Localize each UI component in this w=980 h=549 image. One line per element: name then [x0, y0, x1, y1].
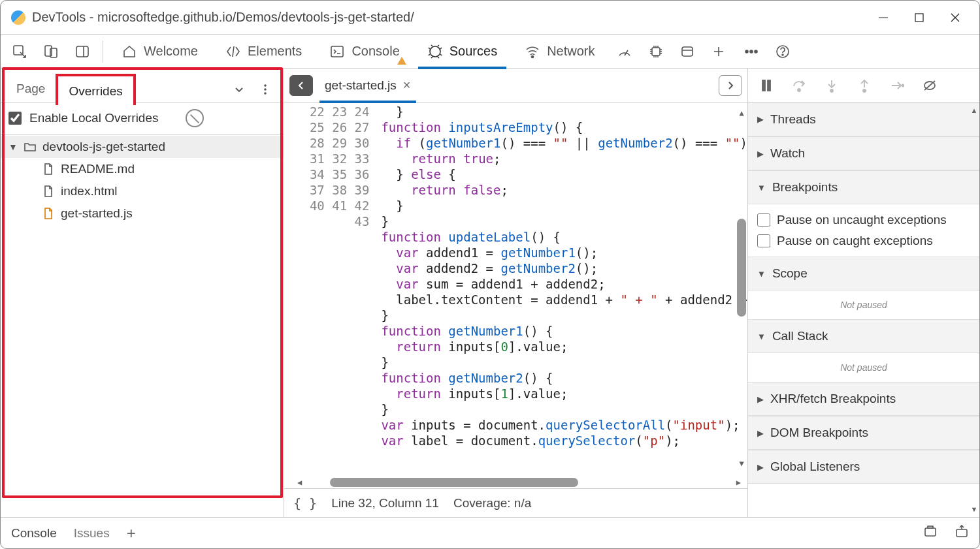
- tab-network[interactable]: Network: [512, 35, 608, 69]
- tree-folder[interactable]: ▼ devtools-js-get-started: [1, 136, 284, 158]
- help-button[interactable]: [768, 37, 798, 67]
- toggle-debugger-button[interactable]: [719, 75, 742, 96]
- section-label: Global Listeners: [770, 460, 860, 474]
- section-dom-breakpoints[interactable]: ▶ DOM Breakpoints: [748, 416, 979, 450]
- navigator-more-tabs-button[interactable]: [226, 76, 252, 102]
- svg-point-25: [264, 92, 267, 95]
- tree-file[interactable]: index.html: [1, 180, 284, 202]
- scroll-right-arrow[interactable]: ▶: [736, 478, 741, 487]
- window-maximize-button[interactable]: [901, 5, 937, 31]
- svg-point-10: [430, 46, 440, 57]
- code-editor[interactable]: 22 23 24 25 26 27 28 29 30 31 32 33 34 3…: [284, 102, 747, 488]
- window-title: DevTools - microsoftedge.github.io/Demos…: [32, 10, 414, 25]
- svg-rect-1: [915, 14, 923, 22]
- tab-elements-label: Elements: [248, 44, 302, 59]
- enable-local-overrides-checkbox[interactable]: [8, 112, 22, 125]
- cursor-position: Line 32, Column 11: [331, 496, 439, 510]
- overrides-file-tree: ▼ devtools-js-get-started README.md inde…: [1, 134, 284, 225]
- section-label: Call Stack: [772, 329, 828, 343]
- section-label: DOM Breakpoints: [770, 426, 868, 440]
- scroll-up-arrow[interactable]: ▲: [737, 105, 746, 121]
- deactivate-breakpoints-button[interactable]: [915, 71, 944, 100]
- tab-sources[interactable]: Sources: [414, 35, 510, 69]
- editor-tab[interactable]: get-started.js ×: [316, 69, 420, 102]
- tree-file[interactable]: README.md: [1, 158, 284, 180]
- step-over-button[interactable]: [785, 71, 813, 100]
- drawer-expand-icon[interactable]: [955, 524, 969, 542]
- navigator-options-button[interactable]: [252, 76, 278, 102]
- tree-file[interactable]: get-started.js: [1, 202, 284, 225]
- debugger-toolbar: [748, 69, 979, 102]
- navigator-tab-page[interactable]: Page: [6, 74, 56, 102]
- section-label: XHR/fetch Breakpoints: [770, 392, 896, 406]
- scroll-thumb[interactable]: [330, 478, 578, 487]
- tab-console[interactable]: Console: [316, 35, 412, 69]
- tab-welcome[interactable]: Welcome: [108, 35, 211, 69]
- device-emulation-button[interactable]: [36, 37, 66, 67]
- svg-point-32: [863, 89, 866, 92]
- line-number-gutter: 22 23 24 25 26 27 28 29 30 31 32 33 34 3…: [284, 102, 378, 450]
- warning-icon: [397, 57, 406, 65]
- chevron-right-icon: ▶: [757, 149, 764, 159]
- svg-point-19: [750, 50, 753, 53]
- section-scope[interactable]: ▼ Scope: [748, 257, 979, 290]
- tree-file-label: index.html: [61, 184, 118, 198]
- step-out-button[interactable]: [850, 71, 879, 100]
- drawer-tab-console[interactable]: Console: [11, 526, 57, 541]
- tab-network-label: Network: [547, 44, 595, 59]
- step-button[interactable]: [883, 71, 911, 100]
- navigator-tab-overrides[interactable]: Overrides: [56, 74, 135, 105]
- callstack-not-paused: Not paused: [748, 353, 979, 382]
- editor-panel: get-started.js × 22 23 24 25 26 27 28 29…: [284, 69, 748, 517]
- file-icon: [41, 184, 56, 198]
- drawer-tab-issues[interactable]: Issues: [74, 526, 110, 541]
- step-into-button[interactable]: [817, 71, 846, 100]
- svg-point-18: [745, 50, 748, 53]
- section-label: Breakpoints: [772, 180, 838, 195]
- new-tab-button[interactable]: [704, 37, 734, 67]
- drawer: Console Issues +: [1, 517, 979, 548]
- section-global-listeners[interactable]: ▶ Global Listeners: [748, 450, 979, 484]
- pause-caught-checkbox[interactable]: [757, 234, 770, 247]
- tab-memory[interactable]: [641, 37, 671, 67]
- tab-performance[interactable]: [610, 37, 640, 67]
- close-icon[interactable]: ×: [403, 78, 411, 93]
- main-tabstrip: Welcome Elements Console Sources Network: [1, 35, 979, 69]
- dock-side-button[interactable]: [67, 37, 97, 67]
- clear-overrides-button[interactable]: [186, 109, 204, 127]
- horizontal-scrollbar[interactable]: ◀ ▶: [310, 478, 728, 487]
- tab-console-label: Console: [351, 44, 399, 59]
- debugger-panel: ▶ Threads ▶ Watch ▼ Breakpoints Pause on…: [748, 69, 979, 517]
- vertical-scrollbar[interactable]: ▲ ▼: [737, 108, 746, 470]
- drawer-settings-icon[interactable]: [923, 524, 938, 542]
- pause-button[interactable]: [752, 71, 781, 100]
- section-breakpoints[interactable]: ▼ Breakpoints: [748, 170, 979, 204]
- pause-uncaught-checkbox[interactable]: [757, 213, 770, 227]
- pretty-print-button[interactable]: { }: [293, 495, 317, 511]
- tree-file-label: get-started.js: [61, 206, 133, 221]
- tab-elements[interactable]: Elements: [212, 35, 315, 69]
- code-content[interactable]: } function inputsAreEmpty() { if (getNum…: [378, 102, 747, 450]
- scroll-down-arrow[interactable]: ▼: [737, 456, 746, 471]
- scroll-left-arrow[interactable]: ◀: [297, 478, 302, 487]
- scroll-thumb[interactable]: [737, 219, 746, 317]
- drawer-new-tab-button[interactable]: +: [127, 524, 136, 542]
- more-options-button[interactable]: [736, 37, 766, 67]
- section-threads[interactable]: ▶ Threads: [748, 102, 979, 136]
- section-watch[interactable]: ▶ Watch: [748, 136, 979, 170]
- chevron-right-icon: ▶: [757, 114, 764, 124]
- chevron-right-icon: ▶: [757, 462, 764, 472]
- toggle-navigator-button[interactable]: [289, 75, 313, 96]
- enable-local-overrides-label: Enable Local Overrides: [29, 111, 159, 125]
- section-call-stack[interactable]: ▼ Call Stack: [748, 319, 979, 353]
- section-xhr-breakpoints[interactable]: ▶ XHR/fetch Breakpoints: [748, 382, 979, 416]
- editor-tab-label: get-started.js: [325, 78, 397, 93]
- folder-icon: [23, 140, 37, 154]
- tab-application[interactable]: [672, 37, 702, 67]
- window-close-button[interactable]: [937, 5, 973, 31]
- section-label: Scope: [772, 266, 808, 281]
- debugger-scrollbar[interactable]: ▲▼: [970, 106, 978, 513]
- window-minimize-button[interactable]: [865, 5, 901, 31]
- chevron-down-icon: ▼: [757, 183, 766, 193]
- inspect-element-button[interactable]: [5, 37, 35, 67]
